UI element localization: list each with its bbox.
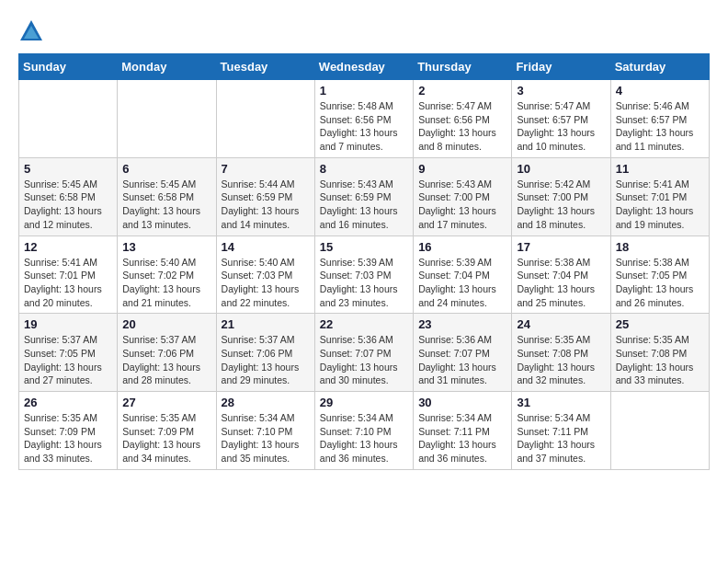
calendar-cell: 9Sunrise: 5:43 AM Sunset: 7:00 PM Daylig… <box>414 157 512 236</box>
col-sunday: Sunday <box>19 54 118 80</box>
calendar-cell <box>610 392 709 470</box>
col-monday: Monday <box>118 54 216 80</box>
calendar-cell: 18Sunrise: 5:38 AM Sunset: 7:05 PM Dayli… <box>610 236 709 314</box>
day-number: 2 <box>418 84 506 98</box>
day-number: 19 <box>24 317 112 331</box>
calendar-cell <box>118 80 216 158</box>
calendar-cell: 24Sunrise: 5:35 AM Sunset: 7:08 PM Dayli… <box>512 314 610 392</box>
calendar-cell: 7Sunrise: 5:44 AM Sunset: 6:59 PM Daylig… <box>216 157 314 236</box>
day-info: Sunrise: 5:36 AM Sunset: 7:07 PM Dayligh… <box>418 333 506 387</box>
calendar-cell: 12Sunrise: 5:41 AM Sunset: 7:01 PM Dayli… <box>19 236 118 314</box>
col-friday: Friday <box>512 54 610 80</box>
calendar-cell: 11Sunrise: 5:41 AM Sunset: 7:01 PM Dayli… <box>610 157 709 236</box>
day-number: 8 <box>320 162 408 176</box>
day-number: 30 <box>418 396 506 409</box>
day-number: 11 <box>616 162 704 176</box>
day-number: 7 <box>222 162 310 176</box>
calendar-cell: 8Sunrise: 5:43 AM Sunset: 6:59 PM Daylig… <box>314 157 413 236</box>
day-info: Sunrise: 5:48 AM Sunset: 6:56 PM Dayligh… <box>320 99 408 154</box>
day-number: 13 <box>122 240 210 254</box>
col-tuesday: Tuesday <box>216 54 314 80</box>
calendar-cell: 19Sunrise: 5:37 AM Sunset: 7:05 PM Dayli… <box>19 314 118 392</box>
day-number: 31 <box>517 396 605 409</box>
calendar-week-3: 12Sunrise: 5:41 AM Sunset: 7:01 PM Dayli… <box>19 236 710 314</box>
calendar-cell: 10Sunrise: 5:42 AM Sunset: 7:00 PM Dayli… <box>512 157 610 236</box>
col-saturday: Saturday <box>610 54 709 80</box>
day-info: Sunrise: 5:38 AM Sunset: 7:05 PM Dayligh… <box>616 256 704 310</box>
day-number: 16 <box>418 240 506 254</box>
logo-icon <box>18 18 44 44</box>
day-info: Sunrise: 5:41 AM Sunset: 7:01 PM Dayligh… <box>24 256 112 310</box>
calendar-cell: 22Sunrise: 5:36 AM Sunset: 7:07 PM Dayli… <box>314 314 413 392</box>
calendar-table: Sunday Monday Tuesday Wednesday Thursday… <box>18 53 710 470</box>
calendar-cell: 4Sunrise: 5:46 AM Sunset: 6:57 PM Daylig… <box>610 80 709 158</box>
day-info: Sunrise: 5:40 AM Sunset: 7:02 PM Dayligh… <box>122 256 210 310</box>
calendar-cell: 25Sunrise: 5:35 AM Sunset: 7:08 PM Dayli… <box>610 314 709 392</box>
day-info: Sunrise: 5:37 AM Sunset: 7:05 PM Dayligh… <box>24 333 112 387</box>
calendar-cell: 20Sunrise: 5:37 AM Sunset: 7:06 PM Dayli… <box>118 314 216 392</box>
day-number: 5 <box>24 162 112 176</box>
day-info: Sunrise: 5:34 AM Sunset: 7:11 PM Dayligh… <box>517 411 605 465</box>
calendar-cell: 1Sunrise: 5:48 AM Sunset: 6:56 PM Daylig… <box>314 80 413 158</box>
col-wednesday: Wednesday <box>314 54 413 80</box>
calendar-cell <box>19 80 118 158</box>
day-number: 24 <box>517 317 605 331</box>
day-number: 18 <box>616 240 704 254</box>
day-number: 21 <box>222 317 310 331</box>
day-info: Sunrise: 5:40 AM Sunset: 7:03 PM Dayligh… <box>222 256 310 310</box>
day-number: 10 <box>517 162 605 176</box>
calendar-week-4: 19Sunrise: 5:37 AM Sunset: 7:05 PM Dayli… <box>19 314 710 392</box>
header-row: Sunday Monday Tuesday Wednesday Thursday… <box>19 54 710 80</box>
calendar-cell: 15Sunrise: 5:39 AM Sunset: 7:03 PM Dayli… <box>314 236 413 314</box>
calendar-cell: 6Sunrise: 5:45 AM Sunset: 6:58 PM Daylig… <box>118 157 216 236</box>
day-info: Sunrise: 5:35 AM Sunset: 7:08 PM Dayligh… <box>517 333 605 387</box>
calendar-cell: 27Sunrise: 5:35 AM Sunset: 7:09 PM Dayli… <box>118 392 216 470</box>
calendar-cell: 2Sunrise: 5:47 AM Sunset: 6:56 PM Daylig… <box>414 80 512 158</box>
day-info: Sunrise: 5:34 AM Sunset: 7:10 PM Dayligh… <box>320 411 408 465</box>
calendar-body: 1Sunrise: 5:48 AM Sunset: 6:56 PM Daylig… <box>19 80 710 470</box>
day-number: 26 <box>24 396 112 409</box>
calendar-cell <box>216 80 314 158</box>
day-number: 14 <box>222 240 310 254</box>
calendar-cell: 3Sunrise: 5:47 AM Sunset: 6:57 PM Daylig… <box>512 80 610 158</box>
day-info: Sunrise: 5:37 AM Sunset: 7:06 PM Dayligh… <box>222 333 310 387</box>
day-info: Sunrise: 5:39 AM Sunset: 7:04 PM Dayligh… <box>418 256 506 310</box>
day-number: 28 <box>222 396 310 409</box>
day-info: Sunrise: 5:38 AM Sunset: 7:04 PM Dayligh… <box>517 256 605 310</box>
day-info: Sunrise: 5:44 AM Sunset: 6:59 PM Dayligh… <box>222 178 310 232</box>
calendar-cell: 21Sunrise: 5:37 AM Sunset: 7:06 PM Dayli… <box>216 314 314 392</box>
calendar-header: Sunday Monday Tuesday Wednesday Thursday… <box>19 54 710 80</box>
logo <box>18 18 48 44</box>
day-info: Sunrise: 5:47 AM Sunset: 6:57 PM Dayligh… <box>517 99 605 154</box>
day-number: 27 <box>122 396 210 409</box>
calendar-cell: 14Sunrise: 5:40 AM Sunset: 7:03 PM Dayli… <box>216 236 314 314</box>
day-number: 23 <box>418 317 506 331</box>
day-info: Sunrise: 5:45 AM Sunset: 6:58 PM Dayligh… <box>122 178 210 232</box>
day-info: Sunrise: 5:42 AM Sunset: 7:00 PM Dayligh… <box>517 178 605 232</box>
calendar-week-1: 1Sunrise: 5:48 AM Sunset: 6:56 PM Daylig… <box>19 80 710 158</box>
calendar-cell: 17Sunrise: 5:38 AM Sunset: 7:04 PM Dayli… <box>512 236 610 314</box>
calendar-cell: 28Sunrise: 5:34 AM Sunset: 7:10 PM Dayli… <box>216 392 314 470</box>
day-info: Sunrise: 5:47 AM Sunset: 6:56 PM Dayligh… <box>418 99 506 154</box>
day-number: 1 <box>320 84 408 98</box>
day-number: 6 <box>122 162 210 176</box>
calendar-cell: 31Sunrise: 5:34 AM Sunset: 7:11 PM Dayli… <box>512 392 610 470</box>
day-info: Sunrise: 5:41 AM Sunset: 7:01 PM Dayligh… <box>616 178 704 232</box>
day-number: 3 <box>517 84 605 98</box>
calendar-cell: 5Sunrise: 5:45 AM Sunset: 6:58 PM Daylig… <box>19 157 118 236</box>
page-header <box>18 18 710 44</box>
day-number: 15 <box>320 240 408 254</box>
day-info: Sunrise: 5:35 AM Sunset: 7:09 PM Dayligh… <box>24 411 112 465</box>
day-info: Sunrise: 5:43 AM Sunset: 6:59 PM Dayligh… <box>320 178 408 232</box>
day-number: 17 <box>517 240 605 254</box>
day-info: Sunrise: 5:35 AM Sunset: 7:08 PM Dayligh… <box>616 333 704 387</box>
day-info: Sunrise: 5:37 AM Sunset: 7:06 PM Dayligh… <box>122 333 210 387</box>
calendar-cell: 23Sunrise: 5:36 AM Sunset: 7:07 PM Dayli… <box>414 314 512 392</box>
day-info: Sunrise: 5:45 AM Sunset: 6:58 PM Dayligh… <box>24 178 112 232</box>
calendar-cell: 29Sunrise: 5:34 AM Sunset: 7:10 PM Dayli… <box>314 392 413 470</box>
day-info: Sunrise: 5:36 AM Sunset: 7:07 PM Dayligh… <box>320 333 408 387</box>
calendar-cell: 26Sunrise: 5:35 AM Sunset: 7:09 PM Dayli… <box>19 392 118 470</box>
day-number: 20 <box>122 317 210 331</box>
day-info: Sunrise: 5:35 AM Sunset: 7:09 PM Dayligh… <box>122 411 210 465</box>
day-number: 12 <box>24 240 112 254</box>
